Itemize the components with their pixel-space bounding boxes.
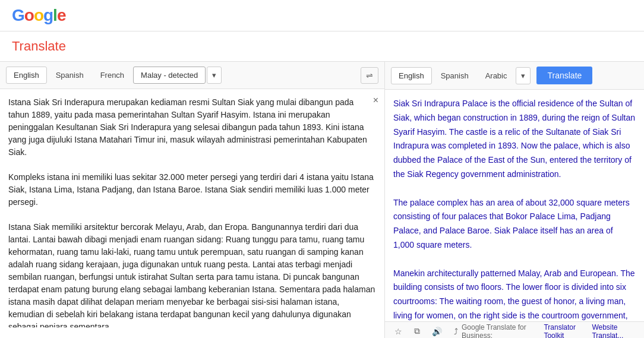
header: Google [0, 0, 644, 31]
google-logo: Google [12, 6, 65, 25]
translated-text: Siak Sri Indrapura Palace is the officia… [393, 97, 636, 321]
right-tab-english[interactable]: English [391, 67, 432, 84]
clear-text-button[interactable]: × [373, 95, 378, 106]
right-lang-dropdown[interactable]: ▾ [516, 67, 531, 84]
sound-icon[interactable]: 🔊 [428, 324, 446, 339]
copy-icon[interactable]: ⧉ [411, 324, 424, 338]
source-text-input[interactable] [8, 96, 376, 327]
left-tab-malay[interactable]: Malay - detected [133, 67, 206, 84]
right-tab-spanish[interactable]: Spanish [433, 67, 476, 84]
left-tab-english[interactable]: English [6, 67, 47, 84]
google-translate-for-business-label: Google Translate for Business: [462, 323, 538, 339]
translate-button[interactable]: Translate [536, 67, 592, 84]
left-lang-dropdown[interactable]: ▾ [207, 67, 222, 84]
share-icon[interactable]: ⤴ [450, 324, 462, 339]
logo-l: l [53, 6, 57, 24]
left-tab-spanish[interactable]: Spanish [48, 67, 91, 84]
right-tab-arabic[interactable]: Arabic [478, 67, 515, 84]
logo-o2: o [34, 6, 43, 24]
logo-o1: o [24, 6, 34, 24]
right-panel: English Spanish Arabic ▾ Translate Siak … [385, 62, 644, 338]
star-icon[interactable]: ☆ [391, 324, 406, 339]
footer-links-group: Google Translate for Business: Translato… [462, 323, 638, 339]
input-area: × [0, 89, 384, 338]
left-lang-bar: English Spanish French Malay - detected … [0, 62, 384, 89]
logo-e: e [57, 6, 66, 24]
translator-toolkit-link[interactable]: Translator Toolkit [544, 323, 586, 339]
right-lang-bar: English Spanish Arabic ▾ Translate [385, 62, 644, 90]
website-translator-link[interactable]: Website Translat... [592, 323, 638, 339]
main-container: English Spanish French Malay - detected … [0, 62, 644, 338]
app-title: Translate [0, 31, 644, 62]
left-tab-french[interactable]: French [93, 67, 132, 84]
right-footer: ☆ ⧉ 🔊 ⤴ Google Translate for Business: T… [385, 321, 644, 338]
output-area: Siak Sri Indrapura Palace is the officia… [385, 90, 644, 321]
swap-languages-button[interactable]: ⇌ [361, 67, 378, 84]
left-panel: English Spanish French Malay - detected … [0, 62, 385, 338]
logo-g2: g [43, 6, 53, 24]
logo-g: G [12, 6, 24, 24]
footer-icons-group: ☆ ⧉ 🔊 ⤴ [391, 324, 462, 338]
